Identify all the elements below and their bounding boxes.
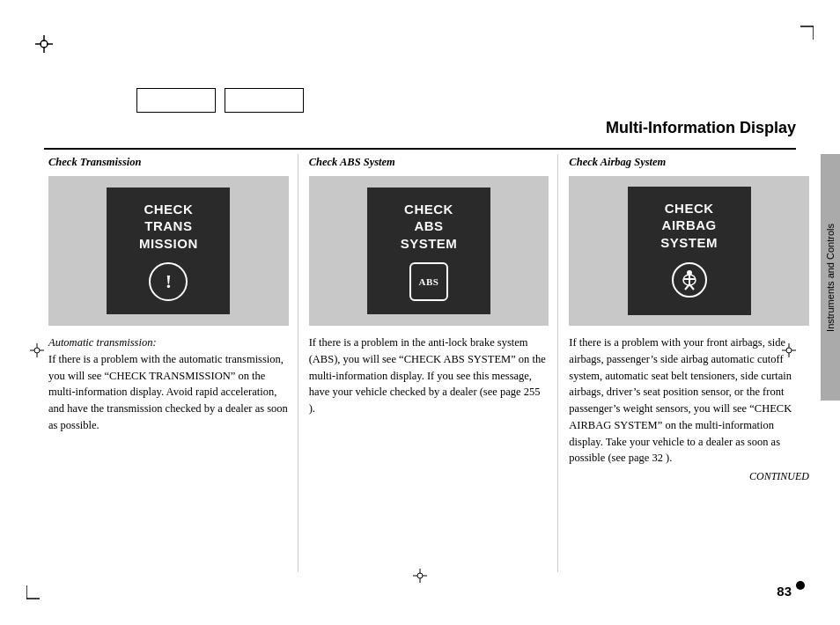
main-content: Check Transmission CHECKTRANSMISSION ! A… (44, 154, 822, 572)
section-title-airbag: Check Airbag System (569, 156, 809, 169)
svg-point-5 (796, 581, 805, 590)
corner-bracket-tr (783, 22, 814, 53)
body-italic-transmission: Automatic transmission: (48, 336, 157, 349)
page-title-area: Multi-Information Display (606, 119, 796, 137)
section-check-airbag: Check Airbag System CHECKAIRBAGSYSTEM (558, 154, 822, 572)
tabs-area (136, 88, 304, 113)
svg-point-0 (41, 40, 48, 48)
display-box-airbag: CHECKAIRBAGSYSTEM (569, 176, 809, 326)
section-title-abs: Check ABS System (309, 156, 549, 169)
display-screen-airbag: CHECKAIRBAGSYSTEM (628, 187, 751, 316)
svg-point-23 (417, 573, 423, 578)
display-text-airbag: CHECKAIRBAGSYSTEM (660, 200, 718, 252)
display-box-abs: CHECKABSSYSTEM ABS (309, 176, 549, 326)
body-text-airbag: If there is a problem with your front ai… (569, 335, 809, 467)
section-title-transmission: Check Transmission (48, 156, 289, 169)
display-text-abs: CHECKABSSYSTEM (401, 201, 458, 253)
display-box-transmission: CHECKTRANSMISSION ! (48, 176, 289, 326)
svg-point-13 (34, 348, 40, 353)
tab-box-1 (136, 88, 216, 113)
airbag-warning-icon (671, 261, 708, 302)
display-screen-abs: CHECKABSSYSTEM ABS (367, 188, 490, 315)
body-text-transmission: Automatic transmission: If there is a pr… (48, 335, 289, 434)
section-check-abs: Check ABS System CHECKABSSYSTEM ABS If t… (298, 154, 559, 572)
body-content-airbag: If there is a problem with your front ai… (569, 336, 792, 464)
section-check-transmission: Check Transmission CHECKTRANSMISSION ! A… (44, 154, 298, 572)
page-number: 83 (777, 584, 792, 599)
crosshair-bottom (411, 567, 429, 588)
crosshair-left (28, 342, 46, 363)
corner-mark-tl (31, 31, 57, 57)
corner-bracket-bl (26, 572, 57, 603)
body-text-abs: If there is a problem in the anti-lock b… (309, 335, 549, 417)
crosshair-right (780, 342, 798, 363)
svg-point-18 (786, 348, 792, 353)
continued-label: CONTINUED (569, 470, 809, 483)
page-title: Multi-Information Display (606, 119, 796, 136)
transmission-warning-icon: ! (149, 262, 188, 301)
tab-box-2 (225, 88, 304, 113)
body-content-abs: If there is a problem in the anti-lock b… (309, 336, 546, 415)
display-text-transmission: CHECKTRANSMISSION (139, 201, 198, 253)
sidebar-label: Instruments and Controls (821, 154, 840, 401)
divider-line (44, 148, 796, 150)
abs-warning-icon: ABS (409, 262, 448, 301)
sidebar-label-text: Instruments and Controls (825, 224, 836, 332)
body-content-transmission: If there is a problem with the automatic… (48, 353, 288, 431)
display-screen-transmission: CHECKTRANSMISSION ! (107, 188, 230, 315)
